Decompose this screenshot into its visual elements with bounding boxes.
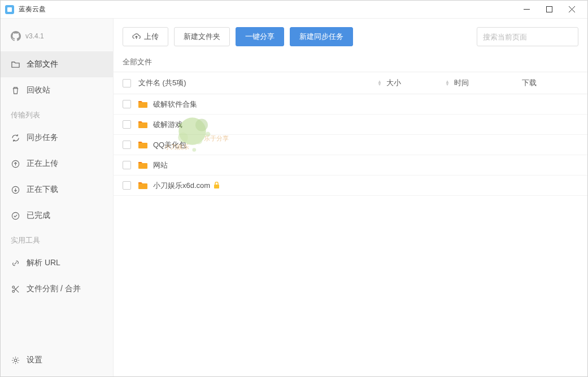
lock-icon <box>214 182 220 189</box>
sidebar-item-label: 已完成 <box>27 211 50 221</box>
sidebar: v3.4.1 全部文件 回收站 传输列表 同步任务 正在上传 正在下载 已完成 … <box>1 19 114 376</box>
content-area: 上传 新建文件夹 一键分享 新建同步任务 全部文件 文件名 (共5项) ▲▼ 大… <box>114 19 587 376</box>
row-checkbox[interactable] <box>123 161 131 169</box>
column-header-time[interactable]: 时间 <box>454 78 522 88</box>
upload-icon <box>11 159 20 168</box>
folder-icon <box>138 182 147 189</box>
maximize-button[interactable] <box>538 1 560 19</box>
column-header-download[interactable]: 下载 <box>522 78 578 88</box>
app-title: 蓝奏云盘 <box>19 5 46 14</box>
sidebar-item-label: 解析 URL <box>27 258 60 268</box>
svg-point-10 <box>14 359 17 362</box>
close-button[interactable] <box>560 1 583 19</box>
sidebar-item-all-files[interactable]: 全部文件 <box>1 51 113 77</box>
new-folder-button[interactable]: 新建文件夹 <box>174 27 230 46</box>
cloud-upload-icon <box>132 33 141 40</box>
column-header-name[interactable]: 文件名 (共5项) ▲▼ <box>138 78 386 88</box>
folder-icon <box>138 161 147 169</box>
breadcrumb[interactable]: 全部文件 <box>114 55 587 72</box>
select-all-checkbox[interactable] <box>123 79 131 87</box>
svg-rect-0 <box>7 7 12 12</box>
row-checkbox[interactable] <box>123 181 131 190</box>
svg-point-7 <box>12 212 19 219</box>
sidebar-item-label: 同步任务 <box>27 133 58 143</box>
folder-icon <box>138 121 147 128</box>
version-label: v3.4.1 <box>25 32 44 40</box>
sidebar-item-uploading[interactable]: 正在上传 <box>1 151 113 177</box>
gear-icon <box>11 356 20 365</box>
svg-rect-2 <box>546 7 552 12</box>
file-name: 破解游戏 <box>153 120 182 130</box>
version-link[interactable]: v3.4.1 <box>1 27 113 51</box>
app-icon <box>5 5 14 14</box>
folder-open-icon <box>11 60 20 69</box>
file-name: 网站 <box>153 160 168 170</box>
sidebar-item-split-merge[interactable]: 文件分割 / 合并 <box>1 276 113 302</box>
github-icon <box>11 31 21 41</box>
sidebar-item-sync[interactable]: 同步任务 <box>1 125 113 151</box>
sidebar-item-label: 正在上传 <box>27 159 58 169</box>
svg-rect-11 <box>214 185 219 188</box>
column-header-size[interactable]: 大小 ▲▼ <box>386 78 454 88</box>
svg-point-9 <box>12 290 14 292</box>
scissors-icon <box>11 284 20 293</box>
svg-point-8 <box>12 286 14 288</box>
file-name: 小刀娱乐x6d.com <box>153 181 210 191</box>
folder-icon <box>138 100 147 108</box>
sidebar-item-label: 全部文件 <box>27 59 58 69</box>
new-sync-button[interactable]: 新建同步任务 <box>290 27 353 46</box>
download-icon <box>11 185 20 194</box>
sidebar-item-label: 回收站 <box>27 85 50 95</box>
sync-icon <box>11 133 20 142</box>
file-name: QQ美化包 <box>153 140 186 150</box>
table-row[interactable]: QQ美化包 <box>114 135 587 155</box>
sidebar-item-label: 文件分割 / 合并 <box>27 284 81 294</box>
trash-icon <box>11 86 20 95</box>
sort-icon: ▲▼ <box>377 80 382 86</box>
sidebar-section-tools: 实用工具 <box>1 229 113 250</box>
check-circle-icon <box>11 211 20 220</box>
table-row[interactable]: 破解游戏 <box>114 115 587 135</box>
sidebar-section-transfer: 传输列表 <box>1 103 113 125</box>
table-header: 文件名 (共5项) ▲▼ 大小 ▲▼ 时间 下载 <box>114 72 587 94</box>
row-checkbox[interactable] <box>123 141 131 149</box>
sidebar-item-downloading[interactable]: 正在下载 <box>1 177 113 203</box>
file-list: 破解软件合集破解游戏QQ美化包网站小刀娱乐x6d.com <box>114 94 587 196</box>
sidebar-item-recycle[interactable]: 回收站 <box>1 77 113 103</box>
row-checkbox[interactable] <box>123 100 131 108</box>
share-button[interactable]: 一键分享 <box>236 27 284 46</box>
upload-button[interactable]: 上传 <box>123 27 168 46</box>
sidebar-item-parse-url[interactable]: 解析 URL <box>1 250 113 276</box>
sort-icon: ▲▼ <box>445 80 450 86</box>
sidebar-item-label: 设置 <box>27 355 42 365</box>
sidebar-item-completed[interactable]: 已完成 <box>1 203 113 229</box>
table-row[interactable]: 网站 <box>114 155 587 176</box>
table-row[interactable]: 小刀娱乐x6d.com <box>114 176 587 196</box>
minimize-button[interactable] <box>515 1 538 19</box>
table-row[interactable]: 破解软件合集 <box>114 94 587 115</box>
sidebar-item-settings[interactable]: 设置 <box>1 347 113 373</box>
titlebar: 蓝奏云盘 <box>1 1 587 19</box>
file-name: 破解软件合集 <box>153 99 197 109</box>
row-checkbox[interactable] <box>123 120 131 129</box>
link-icon <box>11 258 20 268</box>
search-input[interactable] <box>477 27 578 46</box>
toolbar: 上传 新建文件夹 一键分享 新建同步任务 <box>114 19 587 55</box>
sidebar-item-label: 正在下载 <box>27 185 58 195</box>
folder-icon <box>138 141 147 148</box>
